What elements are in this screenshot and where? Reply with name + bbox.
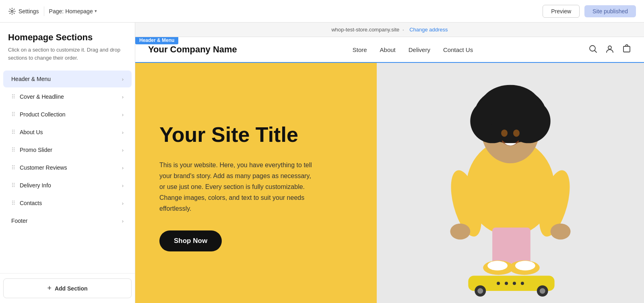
sidebar-item-label: About Us <box>20 129 43 135</box>
chevron-right-icon: › <box>122 112 124 118</box>
svg-rect-4 <box>623 46 630 52</box>
chevron-right-icon: › <box>122 200 124 206</box>
sidebar-item-label: Header & Menu <box>11 76 51 82</box>
svg-point-16 <box>450 224 471 240</box>
svg-rect-19 <box>508 228 530 264</box>
drag-handle-icon: ⠿ <box>11 164 16 171</box>
svg-point-12 <box>501 129 508 137</box>
drag-handle-icon: ⠿ <box>11 93 16 100</box>
svg-point-28 <box>540 288 545 294</box>
site-url: whop-test-store.company.site <box>331 27 399 33</box>
site-published-button[interactable]: Site published <box>584 5 636 17</box>
svg-point-11 <box>480 85 541 129</box>
shop-now-button[interactable]: Shop Now <box>159 230 222 251</box>
separator: · <box>402 27 404 33</box>
website-preview: Header & Menu Your Company Name Store Ab… <box>135 37 644 303</box>
preview-button[interactable]: Preview <box>543 5 580 18</box>
sidebar-item-about-us[interactable]: ⠿ About Us › <box>3 124 132 141</box>
svg-point-23 <box>515 261 535 270</box>
svg-point-31 <box>513 282 516 285</box>
chevron-right-icon: › <box>122 76 124 82</box>
chevron-right-icon: › <box>122 94 124 100</box>
sidebar-item-footer[interactable]: Footer › <box>3 212 132 229</box>
sidebar-item-label: Cover & Headline <box>20 93 64 100</box>
account-icon[interactable] <box>605 44 614 55</box>
page-selector[interactable]: Page: Homepage ▾ <box>49 8 97 15</box>
hero-title: Your Site Title <box>159 123 353 146</box>
svg-point-29 <box>497 282 500 285</box>
sidebar-subtitle: Click on a section to customize it. Drag… <box>8 46 127 62</box>
site-logo: Your Company Name <box>148 44 237 55</box>
svg-point-30 <box>505 282 508 285</box>
sidebar-item-promo-slider[interactable]: ⠿ Promo Slider › <box>3 141 132 158</box>
sidebar-item-contacts[interactable]: ⠿ Contacts › <box>3 195 132 212</box>
sidebar-header: Homepage Sections Click on a section to … <box>0 23 135 65</box>
top-bar-left: Settings Page: Homepage ▾ <box>8 6 97 16</box>
top-bar: Settings Page: Homepage ▾ Preview Site p… <box>0 0 644 23</box>
sidebar-item-label: Product Collection <box>20 111 66 118</box>
sidebar-item-customer-reviews[interactable]: ⠿ Customer Reviews › <box>3 159 132 176</box>
chevron-right-icon: › <box>122 147 124 153</box>
nav-about[interactable]: About <box>380 46 396 53</box>
plus-icon: + <box>47 284 52 293</box>
main-layout: Homepage Sections Click on a section to … <box>0 23 644 303</box>
svg-point-3 <box>608 46 611 49</box>
svg-point-32 <box>521 282 524 285</box>
site-hero: Your Site Title This is your website. He… <box>135 63 644 303</box>
address-bar: whop-test-store.company.site · Change ad… <box>135 23 644 37</box>
svg-point-26 <box>477 288 483 294</box>
hero-person-illustration <box>377 63 644 303</box>
svg-point-13 <box>513 129 520 137</box>
page-name: Homepage <box>65 8 93 15</box>
add-section-button[interactable]: + Add Section <box>3 278 132 298</box>
search-icon[interactable] <box>588 44 597 55</box>
gear-icon <box>8 7 16 15</box>
sidebar-item-product-collection[interactable]: ⠿ Product Collection › <box>3 106 132 123</box>
sidebar-item-label: Contacts <box>20 200 42 206</box>
hero-right <box>377 63 644 303</box>
top-bar-right: Preview Site published <box>543 5 636 18</box>
sidebar-footer: + Add Section <box>0 273 135 303</box>
chevron-right-icon: › <box>122 218 124 224</box>
drag-handle-icon: ⠿ <box>11 111 16 118</box>
chevron-right-icon: › <box>122 183 124 189</box>
page-label: Page: <box>49 8 64 15</box>
site-nav-icons <box>588 44 631 55</box>
nav-delivery[interactable]: Delivery <box>409 46 430 53</box>
site-nav: Store About Delivery Contact Us <box>353 46 473 53</box>
hero-left: Your Site Title This is your website. He… <box>135 63 377 303</box>
sidebar-item-delivery-info[interactable]: ⠿ Delivery Info › <box>3 177 132 194</box>
svg-point-17 <box>551 224 571 240</box>
chevron-down-icon: ▾ <box>95 8 97 14</box>
settings-button[interactable]: Settings <box>8 7 39 15</box>
divider <box>44 6 44 16</box>
sidebar-items: Header & Menu › ⠿ Cover & Headline › ⠿ P… <box>0 65 135 273</box>
sidebar-title: Homepage Sections <box>8 32 127 43</box>
preview-area: whop-test-store.company.site · Change ad… <box>135 23 644 303</box>
change-address-link[interactable]: Change address <box>409 27 448 33</box>
nav-contact[interactable]: Contact Us <box>443 46 473 53</box>
cart-icon[interactable] <box>622 44 631 55</box>
add-section-label: Add Section <box>55 285 88 292</box>
site-header: Header & Menu Your Company Name Store Ab… <box>135 37 644 63</box>
nav-store[interactable]: Store <box>353 46 367 53</box>
chevron-right-icon: › <box>122 129 124 135</box>
sidebar-item-header-menu[interactable]: Header & Menu › <box>3 71 132 87</box>
sidebar-item-label: Promo Slider <box>20 147 52 153</box>
sidebar-item-label: Delivery Info <box>20 182 51 189</box>
svg-point-22 <box>487 261 508 270</box>
header-menu-badge: Header & Menu <box>135 37 178 44</box>
drag-handle-icon: ⠿ <box>11 200 16 206</box>
sidebar-item-label: Footer <box>11 218 27 224</box>
settings-label: Settings <box>19 8 39 15</box>
sidebar-item-label: Customer Reviews <box>20 164 67 171</box>
svg-line-2 <box>595 50 597 52</box>
svg-point-0 <box>11 10 13 12</box>
chevron-right-icon: › <box>122 165 124 171</box>
drag-handle-icon: ⠿ <box>11 147 16 153</box>
drag-handle-icon: ⠿ <box>11 182 16 189</box>
drag-handle-icon: ⠿ <box>11 129 16 135</box>
hero-body: This is your website. Here, you have eve… <box>159 160 312 214</box>
sidebar: Homepage Sections Click on a section to … <box>0 23 135 303</box>
sidebar-item-cover-headline[interactable]: ⠿ Cover & Headline › <box>3 88 132 105</box>
